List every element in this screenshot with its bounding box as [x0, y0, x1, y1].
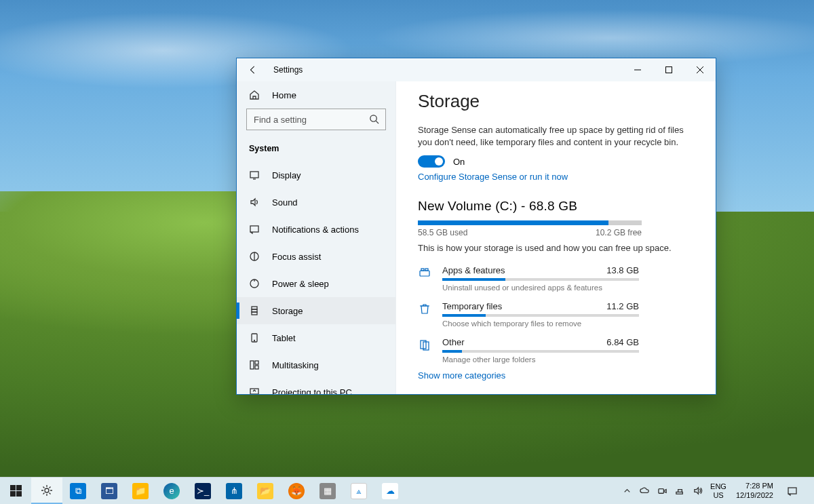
drive-title: New Volume (C:) - 68.8 GB [418, 199, 694, 214]
storage-category-temporary-files[interactable]: Temporary files11.2 GBChoose which tempo… [418, 298, 694, 334]
svg-point-9 [254, 341, 255, 341]
sidebar-item-projecting-to-this-pc[interactable]: Projecting to this PC [237, 379, 395, 394]
sidebar-item-label: Notifications & actions [272, 225, 359, 235]
storage-icon [249, 305, 260, 316]
svg-rect-15 [421, 269, 424, 271]
show-more-categories-link[interactable]: Show more categories [418, 370, 694, 381]
folder-stack-icon [418, 337, 431, 364]
sidebar-item-label: Multitasking [272, 360, 319, 370]
trash-icon [418, 301, 431, 328]
sidebar-item-label: Display [272, 170, 301, 180]
start-button[interactable] [0, 478, 31, 504]
sidebar-item-notifications-actions[interactable]: Notifications & actions [237, 216, 395, 243]
sidebar-item-power-sleep[interactable]: Power & sleep [237, 270, 395, 297]
taskbar-app-2[interactable]: 🗔 [94, 478, 125, 504]
multitasking-icon [249, 360, 260, 370]
page-title: Storage [418, 91, 694, 112]
svg-rect-24 [658, 489, 663, 494]
taskbar-firefox[interactable]: 🦊 [281, 478, 312, 504]
svg-point-23 [45, 488, 49, 492]
taskbar-app-9[interactable]: ▦ [312, 478, 343, 504]
minimize-button[interactable] [622, 58, 653, 81]
sidebar-item-label: Power & sleep [272, 279, 329, 289]
sidebar-home-label: Home [272, 90, 296, 100]
maximize-button[interactable] [653, 58, 684, 81]
taskbar: ⧉ 🗔 📁 e ≻_ ⋔ 📂 🦊 ▦ ⟁ ☁ ENG US 7:28 PM 12… [0, 477, 814, 504]
svg-rect-7 [252, 312, 257, 315]
category-size: 13.8 GB [606, 265, 639, 275]
svg-rect-10 [250, 361, 254, 369]
taskbar-file-explorer[interactable]: 📁 [125, 478, 156, 504]
tray-clock[interactable]: 7:28 PM 12/19/2022 [731, 482, 779, 499]
svg-rect-20 [16, 485, 22, 490]
taskbar-app-11[interactable]: ☁ [374, 478, 406, 504]
taskbar-edge[interactable]: e [156, 478, 187, 504]
category-title: Temporary files [442, 301, 502, 311]
search-icon [369, 114, 380, 125]
svg-rect-12 [255, 366, 258, 369]
storage-category-apps-features[interactable]: Apps & features13.8 GBUninstall unused o… [418, 263, 694, 298]
category-bar [442, 314, 639, 317]
titlebar[interactable]: Settings [237, 58, 716, 81]
sidebar-item-label: Tablet [272, 333, 296, 343]
home-icon [249, 90, 260, 100]
tray-network-icon[interactable] [671, 478, 689, 505]
svg-rect-25 [676, 492, 682, 494]
taskbar-folder[interactable]: 📂 [250, 478, 281, 504]
toggle-label: On [453, 157, 465, 167]
storage-sense-description: Storage Sense can automatically free up … [418, 124, 689, 149]
storage-sense-toggle[interactable] [418, 155, 445, 168]
taskbar-vscode[interactable]: ⋔ [218, 478, 250, 504]
taskbar-app-1[interactable]: ⧉ [62, 478, 94, 504]
sidebar-item-sound[interactable]: Sound [237, 189, 395, 216]
settings-window: Settings Home System DisplaySoundNotific… [236, 58, 716, 395]
search-input[interactable] [247, 109, 385, 130]
sidebar-item-label: Sound [272, 197, 298, 208]
category-title: Apps & features [442, 265, 505, 275]
taskbar-settings[interactable] [31, 478, 62, 504]
taskbar-app-10[interactable]: ⟁ [343, 478, 374, 504]
svg-rect-16 [425, 269, 428, 271]
settings-sidebar: Home System DisplaySoundNotifications & … [237, 81, 396, 394]
category-hint: Choose which temporary files to remove [442, 319, 639, 328]
tray-meet-now-icon[interactable] [653, 478, 671, 505]
category-size: 6.84 GB [606, 337, 639, 347]
storage-page: Storage Storage Sense can automatically … [396, 81, 716, 394]
sidebar-item-tablet[interactable]: Tablet [237, 324, 395, 351]
category-hint: Manage other large folders [442, 355, 639, 364]
sidebar-item-focus-assist[interactable]: Focus assist [237, 243, 395, 270]
display-icon [249, 170, 260, 180]
power-sleep-icon [249, 278, 260, 289]
svg-rect-3 [250, 226, 258, 232]
svg-rect-22 [16, 491, 22, 497]
drive-used-text: 58.5 GB used [418, 228, 467, 237]
tray-volume-icon[interactable] [689, 478, 706, 505]
sidebar-item-display[interactable]: Display [237, 161, 395, 189]
usage-description: This is how your storage is used and how… [418, 243, 694, 253]
sidebar-section-label: System [237, 137, 395, 161]
sidebar-item-storage[interactable]: Storage [237, 297, 395, 324]
settings-search[interactable] [246, 109, 386, 130]
taskbar-terminal[interactable]: ≻_ [187, 478, 218, 504]
tablet-icon [249, 332, 260, 343]
svg-rect-19 [10, 485, 16, 490]
sidebar-home[interactable]: Home [237, 81, 395, 109]
category-title: Other [442, 337, 465, 347]
tray-onedrive-icon[interactable] [636, 478, 653, 505]
window-title: Settings [273, 65, 303, 75]
tray-notifications[interactable] [779, 486, 806, 497]
close-button[interactable] [684, 58, 716, 81]
category-size: 11.2 GB [606, 301, 639, 311]
tray-chevron-icon[interactable] [618, 478, 636, 505]
storage-category-other[interactable]: Other6.84 GBManage other large folders [418, 334, 694, 370]
svg-rect-14 [420, 271, 429, 276]
sound-icon [249, 197, 260, 208]
sidebar-item-multitasking[interactable]: Multitasking [237, 351, 395, 379]
svg-rect-21 [10, 491, 16, 497]
notifications-icon [249, 224, 260, 235]
back-button[interactable] [248, 64, 258, 75]
apps-features-icon [418, 265, 431, 292]
configure-storage-sense-link[interactable]: Configure Storage Sense or run it now [418, 172, 694, 182]
tray-language[interactable]: ENG US [706, 482, 731, 499]
category-hint: Uninstall unused or undesired apps & fea… [442, 284, 639, 292]
